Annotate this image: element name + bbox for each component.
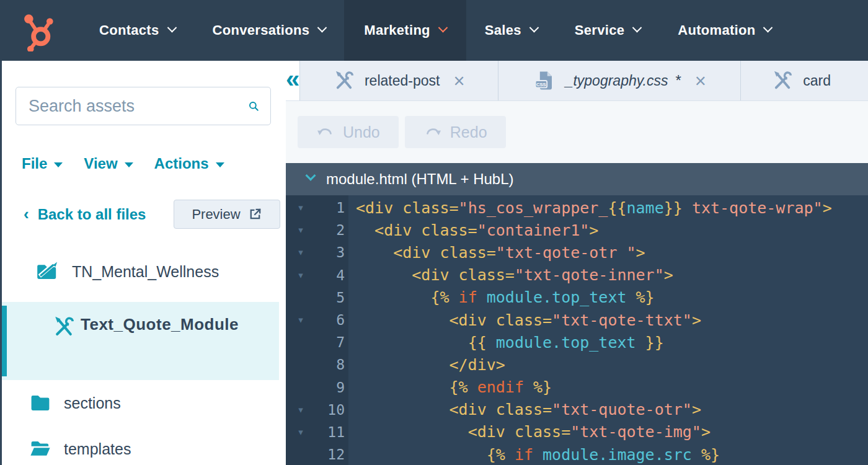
fold-arrow-icon[interactable]: ▾ bbox=[286, 247, 316, 258]
nav-marketing[interactable]: Marketing bbox=[344, 0, 466, 61]
nav-label: Marketing bbox=[364, 22, 430, 38]
code-line[interactable]: ▾4 <div class="txt-qote-inner"> bbox=[286, 264, 868, 286]
tab-typography-css[interactable]: CSS _typography.css * × bbox=[498, 61, 741, 100]
preview-label: Preview bbox=[192, 206, 240, 223]
line-number: 3 bbox=[316, 244, 347, 260]
top-nav: Contacts Conversations Marketing Sales S… bbox=[0, 0, 868, 61]
search-input[interactable] bbox=[29, 97, 248, 116]
tree-item-label: sections bbox=[64, 394, 121, 412]
chevron-down-icon bbox=[438, 22, 448, 32]
line-number: 1 bbox=[316, 200, 347, 216]
tree-item-selected[interactable]: Text_Quote_Module bbox=[2, 302, 279, 380]
nav-label: Contacts bbox=[99, 22, 159, 38]
hubspot-sprocket-icon[interactable] bbox=[16, 0, 56, 61]
tree-item-label: templates bbox=[64, 440, 131, 458]
code-line[interactable]: ▾2 <div class="container1"> bbox=[286, 219, 868, 241]
nav-sales[interactable]: Sales bbox=[466, 0, 556, 61]
preview-button[interactable]: Preview bbox=[174, 200, 280, 229]
nav-conversations[interactable]: Conversations bbox=[194, 0, 345, 61]
line-number: 5 bbox=[316, 290, 347, 306]
tree-item-sections[interactable]: sections bbox=[28, 392, 121, 414]
close-icon[interactable]: × bbox=[453, 71, 464, 91]
code-area[interactable]: ▾1<div class="hs_cos_wrapper_{{name}} tx… bbox=[286, 195, 868, 465]
undo-icon bbox=[316, 125, 335, 140]
code-text: {% if module.image.src %} bbox=[347, 446, 720, 464]
file-section-header[interactable]: module.html (HTML + HubL) bbox=[286, 163, 868, 195]
tree-item-label: Text_Quote_Module bbox=[81, 309, 241, 339]
editor-toolbar: Undo Redo bbox=[286, 101, 868, 163]
fold-arrow-icon[interactable]: ▾ bbox=[286, 224, 316, 236]
code-text: <div class="txt-qote-ttxt"> bbox=[347, 311, 701, 329]
code-line[interactable]: 8 </div> bbox=[286, 353, 868, 376]
code-text: {% endif %} bbox=[347, 378, 552, 396]
caret-down-icon bbox=[54, 162, 63, 167]
line-number: 8 bbox=[316, 356, 347, 373]
undo-label: Undo bbox=[343, 123, 380, 141]
fold-arrow-icon[interactable]: ▾ bbox=[286, 202, 316, 213]
nav-label: Automation bbox=[678, 22, 755, 38]
close-icon[interactable]: × bbox=[695, 71, 706, 91]
code-line[interactable]: 7 {{ module.top_text }} bbox=[286, 331, 868, 353]
line-number: 2 bbox=[316, 222, 347, 238]
code-line[interactable]: ▾1<div class="hs_cos_wrapper_{{name}} tx… bbox=[286, 197, 868, 219]
line-number: 9 bbox=[316, 379, 347, 396]
tab-label: related-post bbox=[365, 73, 440, 89]
chevron-down-icon bbox=[167, 22, 177, 32]
tab-bar: « related-post × bbox=[286, 61, 868, 101]
tab-card[interactable]: card bbox=[741, 61, 868, 100]
code-line[interactable]: ▾10 <div class="txt-quote-otr"> bbox=[286, 399, 868, 421]
code-line[interactable]: ▾3 <div class="txt-qote-otr "> bbox=[286, 241, 868, 264]
fold-arrow-icon[interactable]: ▾ bbox=[286, 270, 316, 281]
code-line[interactable]: ▾6 <div class="txt-qote-ttxt"> bbox=[286, 309, 868, 331]
code-line[interactable]: 12 {% if module.image.src %} bbox=[286, 443, 868, 465]
search-assets-box bbox=[16, 87, 271, 125]
folder-closed-icon bbox=[28, 392, 53, 414]
sidebar-left-edge bbox=[0, 61, 2, 465]
chevron-down-icon bbox=[763, 22, 773, 32]
nav-contacts[interactable]: Contacts bbox=[81, 0, 194, 61]
actions-menu[interactable]: Actions bbox=[154, 155, 224, 172]
nav-automation[interactable]: Automation bbox=[659, 0, 790, 61]
code-text: <div class="hs_cos_wrapper_{{name}} txt-… bbox=[347, 199, 832, 217]
tree-item-templates[interactable]: templates bbox=[28, 438, 131, 460]
chevron-down-icon bbox=[632, 22, 642, 32]
menu-label: View bbox=[84, 155, 117, 172]
back-to-all-files-link[interactable]: ‹ Back to all files bbox=[24, 205, 146, 224]
chevron-down-icon[interactable] bbox=[306, 170, 316, 181]
code-text: {% if module.top_text %} bbox=[347, 288, 655, 306]
redo-button[interactable]: Redo bbox=[405, 116, 506, 148]
code-line[interactable]: ▾11 <div class="txt-qote-img"> bbox=[286, 421, 868, 443]
redo-label: Redo bbox=[450, 123, 487, 141]
code-line[interactable]: 5 {% if module.top_text %} bbox=[286, 286, 868, 309]
finder-sidebar: File View Actions ‹ Back to all files bbox=[0, 61, 286, 465]
module-tools-icon bbox=[53, 316, 75, 340]
fold-arrow-icon[interactable]: ▾ bbox=[286, 314, 316, 326]
module-tools-icon bbox=[334, 70, 355, 91]
code-text: </div> bbox=[347, 356, 505, 374]
code-text: <div class="txt-qote-inner"> bbox=[347, 266, 673, 284]
collapse-sidebar-button[interactable]: « bbox=[286, 61, 300, 100]
undo-button[interactable]: Undo bbox=[298, 116, 399, 148]
caret-down-icon bbox=[216, 162, 224, 167]
selected-accent-bar bbox=[2, 306, 7, 376]
back-link-label: Back to all files bbox=[38, 206, 146, 223]
code-line[interactable]: 9 {% endif %} bbox=[286, 376, 868, 399]
tree-item-label: TN_Mental_Wellness bbox=[72, 263, 219, 281]
nav-service[interactable]: Service bbox=[556, 0, 659, 61]
nav-label: Service bbox=[575, 22, 624, 38]
code-text: <div class="txt-quote-otr"> bbox=[347, 401, 701, 418]
tab-related-post[interactable]: related-post × bbox=[300, 61, 498, 100]
nav-label: Sales bbox=[485, 22, 521, 38]
module-tools-icon bbox=[772, 70, 793, 91]
fold-arrow-icon[interactable]: ▾ bbox=[286, 404, 316, 415]
design-manager-app: Contacts Conversations Marketing Sales S… bbox=[0, 0, 868, 465]
view-menu[interactable]: View bbox=[84, 155, 133, 172]
file-menu-bar: File View Actions bbox=[22, 155, 224, 172]
hubspot-sprocket-icon bbox=[17, 9, 55, 51]
chevron-down-icon bbox=[317, 22, 327, 32]
search-icon[interactable] bbox=[248, 96, 259, 116]
code-text: {{ module.top_text }} bbox=[347, 334, 664, 352]
file-menu[interactable]: File bbox=[22, 155, 63, 172]
tree-item-folder[interactable]: TN_Mental_Wellness bbox=[35, 260, 219, 283]
fold-arrow-icon[interactable]: ▾ bbox=[286, 427, 316, 438]
